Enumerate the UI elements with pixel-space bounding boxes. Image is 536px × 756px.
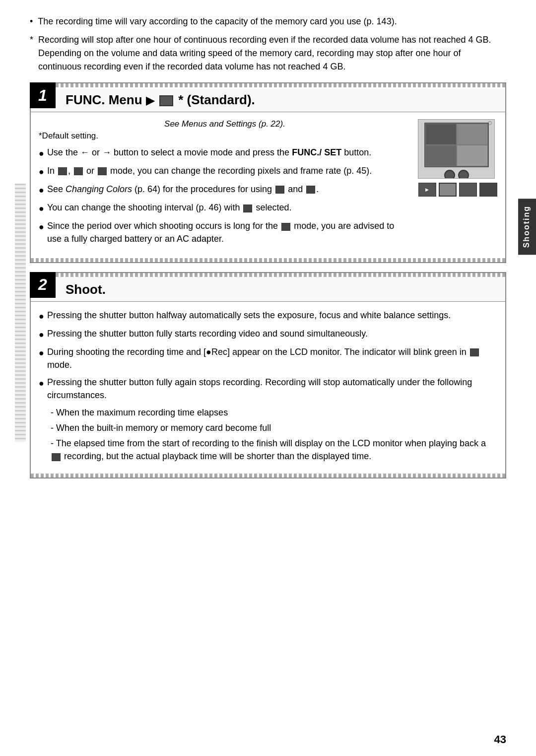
grid-cell-4 [457, 145, 488, 166]
step2-bullet-2: ● Pressing the shutter button fully star… [39, 327, 497, 341]
mode-icon-2 [74, 167, 83, 175]
cam-btn-2 [458, 170, 469, 179]
border-pattern-top-2 [31, 273, 505, 277]
step1-bullet-4-text: You can change the shooting interval (p.… [47, 201, 292, 214]
step1-bullet-5-text: Since the period over which shooting occ… [47, 219, 411, 245]
mode-btn-3 [459, 183, 477, 197]
step1-content-right: ▶ [418, 119, 497, 250]
step1-bullet-2-text: In , or mode, you can change the recordi… [47, 164, 372, 177]
step2-title: Shoot. [66, 282, 106, 297]
color-icon-2 [306, 186, 315, 194]
step1-bullet-1: ● Use the ← or → button to select a movi… [39, 146, 411, 160]
step2-bullet-2-text: Pressing the shutter button fully starts… [47, 327, 368, 340]
step2-box: 2 Shoot. ● Pressing the shutter button h… [30, 272, 506, 479]
page-container: • The recording time will vary according… [0, 0, 536, 517]
grid-cell-3 [425, 145, 457, 166]
dot-char-5: ● [39, 220, 44, 233]
top-bullet-section: • The recording time will vary according… [30, 15, 506, 73]
bullet-char-1: • [30, 15, 33, 28]
s2-dot-1: ● [39, 310, 44, 323]
long-mode-icon [281, 223, 290, 231]
step1-bullet-3: ● See Changing Colors (p. 64) for the pr… [39, 183, 411, 197]
grid-cell-2 [457, 124, 488, 145]
s2-dot-4: ● [39, 377, 44, 390]
step2-bullet-4-text: Pressing the shutter button fully again … [47, 376, 497, 402]
step1-content: See Menus and Settings (p. 22). *Default… [31, 112, 505, 257]
page-number-value: 43 [494, 733, 506, 746]
step2-bullet-1-text: Pressing the shutter button halfway auto… [47, 309, 451, 322]
title-icon [159, 95, 173, 106]
step1-content-left: See Menus and Settings (p. 22). *Default… [39, 119, 411, 250]
s2-dot-3: ● [39, 346, 44, 359]
camera-screen-inner [425, 124, 488, 166]
see-line: See Menus and Settings (p. 22). [39, 119, 411, 129]
step2-bullet-4: ● Pressing the shutter button fully agai… [39, 376, 497, 402]
step2-bullet-3: ● During shooting the recording time and… [39, 345, 497, 371]
border-pattern-top-1 [31, 83, 505, 87]
s2-playback-icon [52, 453, 61, 461]
step2-header: Shoot. [31, 278, 505, 302]
default-setting: *Default setting. [39, 131, 411, 141]
sub-item-1: - When the maximum recording time elapse… [51, 406, 497, 419]
step2-title-text: Shoot. [66, 282, 106, 297]
mode-icon-3 [98, 167, 107, 175]
bullet-char-2: * [30, 33, 33, 73]
step1-bullet-4: ● You can change the shooting interval (… [39, 201, 411, 215]
step2-bullet-1: ● Pressing the shutter button halfway au… [39, 309, 497, 323]
mode-btn-4 [479, 183, 497, 197]
sub-item-3: - The elapsed time from the start of rec… [51, 437, 497, 463]
title-arrow: ▶ [146, 94, 154, 107]
s2-mode-icon [470, 348, 479, 356]
cam-btn-1 [444, 170, 455, 179]
mode-btn-1-label: ▶ [425, 187, 429, 192]
sub-dash-list: - When the maximum recording time elapse… [51, 406, 497, 463]
mode-buttons-area: ▶ [418, 183, 497, 197]
page-number: 43 [494, 733, 506, 746]
s2-dot-2: ● [39, 328, 44, 341]
bullet-item-1: • The recording time will vary according… [30, 15, 506, 28]
bullet-text-2: Recording will stop after one hour of co… [38, 33, 506, 73]
step1-title: FUNC. Menu ▶ * (Standard). [66, 92, 255, 107]
border-pattern-bottom-2 [31, 474, 505, 478]
step1-box: 1 FUNC. Menu ▶ * (Standard). See Menus a… [30, 82, 506, 263]
step2-content: ● Pressing the shutter button halfway au… [31, 302, 505, 473]
interval-icon [243, 205, 252, 212]
step1-bullet-2: ● In , or mode, you can change the recor… [39, 164, 411, 178]
dot-char-3: ● [39, 184, 44, 197]
step1-bullet-3-text: See Changing Colors (p. 64) for the proc… [47, 183, 319, 196]
mode-btn-1: ▶ [418, 183, 436, 197]
dot-char-2: ● [39, 165, 44, 178]
sub-item-2: - When the built-in memory or memory car… [51, 421, 497, 434]
mode-btn-2 [439, 183, 457, 197]
border-pattern-bottom-1 [31, 258, 505, 262]
bullet-item-2: * Recording will stop after one hour of … [30, 33, 506, 73]
dot-char-1: ● [39, 147, 44, 160]
bullet-text-1: The recording time will vary according t… [38, 15, 397, 28]
step1-number: 1 [30, 82, 56, 108]
step2-bullet-3-text: During shooting the recording time and [… [47, 345, 497, 371]
step1-bullet-5: ● Since the period over which shooting o… [39, 219, 411, 245]
camera-screen [424, 123, 489, 167]
camera-image [418, 119, 495, 179]
camera-buttons [418, 170, 494, 179]
grid-cell-1 [425, 124, 457, 145]
step2-number: 2 [30, 272, 56, 298]
step1-header: FUNC. Menu ▶ * (Standard). [31, 88, 505, 112]
dot-char-4: ● [39, 202, 44, 215]
color-icon-1 [275, 186, 284, 194]
step1-bullet-1-text: Use the ← or → button to select a movie … [47, 146, 371, 159]
mode-icon-1 [58, 167, 67, 175]
